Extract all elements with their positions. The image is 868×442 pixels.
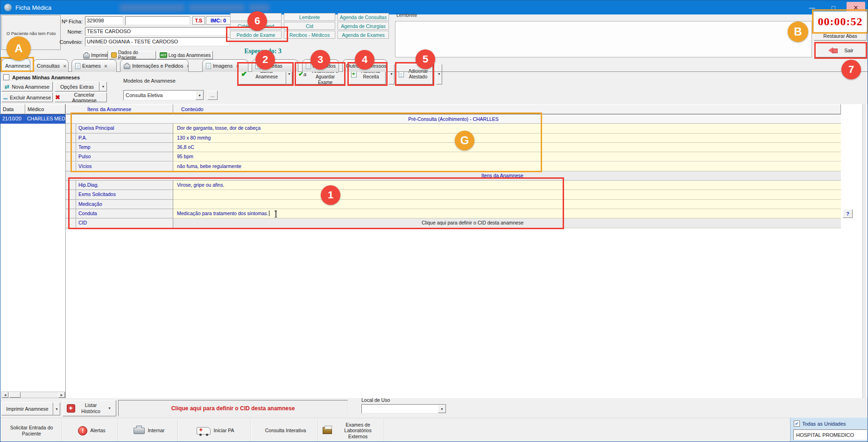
table-row-vicios[interactable]: Víciosnão fuma, bebe regularmente: [66, 162, 841, 171]
item-label[interactable]: CID: [76, 218, 173, 228]
item-label[interactable]: Temp: [76, 143, 173, 152]
chevron-down-icon[interactable]: [438, 405, 446, 413]
apenas-minhas-checkbox[interactable]: [3, 74, 9, 80]
printer-icon: [124, 64, 130, 69]
tab-exames[interactable]: Exames: [71, 59, 117, 72]
local-de-uso-combobox[interactable]: [361, 404, 446, 414]
item-value[interactable]: Dor de garganta, tosse, dor de cabeça: [173, 124, 841, 133]
anamnese-list-row-selected[interactable]: 21/10/20 CHARLLES MEDICO: [0, 114, 65, 124]
internar-button[interactable]: Internar: [121, 419, 178, 442]
item-label[interactable]: Exms Solicitados: [76, 190, 173, 199]
item-value[interactable]: não fuma, bebe regularmente: [173, 162, 841, 171]
column-header-medico[interactable]: Médico: [25, 104, 65, 114]
recibos-medicos-button[interactable]: Recibos - Médicos: [284, 31, 335, 39]
lembrete-panel: [395, 21, 812, 57]
table-row-pulso[interactable]: Pulso95 bpm: [66, 152, 841, 161]
agenda-exames-button[interactable]: Agenda de Exames: [338, 31, 389, 39]
table-row-hip-diag[interactable]: Hip.Diag.Virose, gripe ou afins.: [66, 181, 841, 190]
item-value[interactable]: 95 bpm: [173, 152, 841, 161]
table-row-p-a[interactable]: P.A.130 x 80 mmhg: [66, 133, 841, 143]
cid-banner[interactable]: Clique aqui para definir o CID desta ana…: [118, 400, 348, 416]
pedido-exame-button[interactable]: Pedido de Exame: [230, 31, 282, 39]
item-label[interactable]: P.A.: [76, 133, 173, 143]
dados-do-paciente-button[interactable]: Dados do Paciente: [109, 51, 156, 59]
imprimir-anamnese-button[interactable]: Imprimir Anamnese: [1, 402, 53, 415]
table-row-cid[interactable]: CIDClique aqui para definir o CID desta …: [66, 218, 841, 228]
table-row-temp[interactable]: Temp36,8 oC: [66, 143, 841, 152]
consulta-interativa-button[interactable]: Consulta Interativa: [254, 419, 318, 442]
column-header-conteudo[interactable]: Conteúdo: [173, 104, 841, 114]
item-label[interactable]: Hip.Diag.: [76, 181, 173, 190]
item-label[interactable]: Medicação: [76, 200, 173, 209]
item-value[interactable]: Clique aqui para definir o CID desta ana…: [173, 218, 841, 228]
item-value[interactable]: 36,8 oC: [173, 143, 841, 152]
cancelar-anamnese-button[interactable]: Cancelar Anamnese: [55, 92, 107, 102]
chevron-down-icon[interactable]: [107, 407, 113, 410]
doc-icon: [75, 63, 80, 69]
column-header-itens[interactable]: Ítens da Anamnese: [66, 104, 173, 114]
receita-dropdown[interactable]: [388, 64, 395, 84]
minus-icon: [3, 95, 7, 100]
ficha-field[interactable]: 329098: [85, 16, 123, 25]
modelo-combobox[interactable]: Consulta Eletiva: [123, 90, 204, 100]
imprimir-anamnese-dropdown[interactable]: [53, 402, 60, 415]
apenas-minhas-row[interactable]: Apenas Minhas Anamneses: [3, 74, 80, 80]
tab-internacoes-e-pedidos[interactable]: Internações e Pedidos: [120, 59, 189, 72]
opcoes-extras-dropdown[interactable]: [99, 82, 107, 91]
imprimir-button[interactable]: Imprimir: [83, 51, 108, 59]
unidade-field[interactable]: HOSPITAL PROMEDICO: [793, 429, 867, 440]
scroll-right-icon[interactable]: [58, 392, 65, 398]
iniciar-pa-button[interactable]: Iniciar PA: [181, 419, 251, 442]
lembrete-button[interactable]: Lembrete: [284, 13, 335, 21]
sair-button[interactable]: Sair: [816, 43, 866, 57]
close-icon[interactable]: [104, 63, 108, 69]
todas-unidades-checkbox[interactable]: [794, 421, 800, 427]
cid-button[interactable]: Cid: [284, 22, 335, 30]
solicitar-entrada-do-paciente-button[interactable]: Solicitar Entrada do Paciente: [1, 419, 62, 442]
atestado-dropdown[interactable]: [436, 64, 442, 84]
table-row-conduta[interactable]: CondutaMedicação para tratamento dos sin…: [66, 209, 841, 218]
item-value[interactable]: Virose, gripe ou afins.: [173, 181, 841, 190]
column-header-data[interactable]: Data: [0, 104, 25, 114]
agenda-cirurgias-button[interactable]: Agenda de Cirurgias: [338, 22, 389, 30]
item-value[interactable]: [173, 200, 841, 209]
horizontal-scrollbar[interactable]: [1, 392, 65, 398]
todas-unidades-row[interactable]: Todas as Unidades: [794, 421, 846, 427]
help-button[interactable]: ?: [843, 209, 853, 218]
table-row-exms-solicitados[interactable]: Exms Solicitados: [66, 190, 841, 199]
ts-button[interactable]: T.S: [192, 16, 205, 25]
scroll-left-icon[interactable]: [2, 392, 8, 398]
tab-imagens[interactable]: Imagens: [202, 59, 248, 72]
tab-consultas[interactable]: Consultas: [33, 59, 69, 72]
table-row-pre-consulta-acolhimento-charlles[interactable]: Pré-Consulta (Acolhimento) - CHARLLES: [66, 114, 841, 124]
item-label[interactable]: Conduta: [76, 209, 173, 218]
alertas-button[interactable]: Alertas: [66, 419, 118, 442]
ficha-extra-field[interactable]: [125, 16, 190, 25]
scrollbar-thumb[interactable]: [9, 392, 21, 398]
table-row-medicacao[interactable]: Medicação: [66, 200, 841, 209]
close-icon[interactable]: [63, 63, 67, 69]
listar-historico-button[interactable]: Listar Histórico: [63, 400, 116, 416]
item-label[interactable]: Pulso: [76, 152, 173, 161]
nome-field[interactable]: TESTE CARDOSO: [85, 27, 230, 36]
item-value[interactable]: [173, 190, 841, 199]
vertical-scrollbar[interactable]: [862, 104, 866, 398]
restaurar-abas-button[interactable]: Restaurar Abas: [814, 31, 867, 41]
nova-anamnese-button[interactable]: Nova Anamnese: [1, 82, 53, 91]
chevron-down-icon[interactable]: [196, 91, 204, 100]
opcoes-extras-button[interactable]: Opções Extras: [55, 82, 99, 91]
convenio-field[interactable]: UNIMED GOIANIA - TESTE CARDOSO: [85, 37, 230, 46]
item-label[interactable]: Vícios: [76, 162, 173, 171]
log-anamneses-button[interactable]: ACT Log das Anamneses: [157, 51, 213, 59]
agenda-consultas-button[interactable]: Agenda de Consultas: [338, 13, 389, 21]
item-label[interactable]: Queixa Principal: [76, 124, 173, 133]
close-icon[interactable]: [236, 63, 240, 69]
table-row-queixa-principal[interactable]: Queixa PrincipalDor de garganta, tosse, …: [66, 124, 841, 133]
item-value[interactable]: 130 x 80 mmhg: [173, 133, 841, 143]
table-row-itens-da-anamnese[interactable]: Itens da Anamnese: [66, 171, 841, 181]
close-icon[interactable]: [186, 63, 189, 69]
exames-de-laboratorios-externos-button[interactable]: Exames de Laboratórios Externos: [320, 419, 384, 442]
imc-button[interactable]: IMC: 0: [206, 16, 231, 25]
excluir-anamnese-button[interactable]: Excluir Anamnese: [1, 92, 53, 102]
modelo-browse-button[interactable]: ...: [207, 91, 218, 100]
